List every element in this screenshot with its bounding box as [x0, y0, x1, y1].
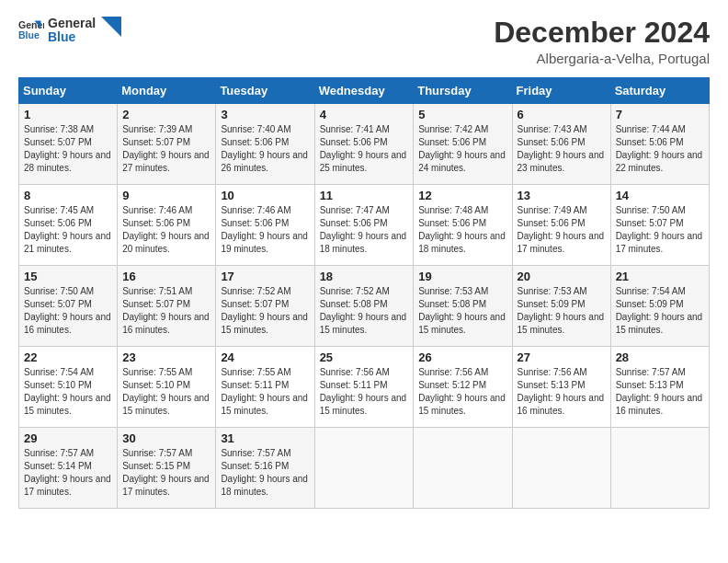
day-info: Sunrise: 7:53 AMSunset: 5:09 PMDaylight:…: [518, 285, 606, 337]
calendar-cell: 3 Sunrise: 7:40 AMSunset: 5:06 PMDayligh…: [216, 104, 314, 185]
logo-text-blue: Blue: [48, 30, 96, 44]
day-number: 6: [518, 108, 606, 121]
calendar-cell: 13 Sunrise: 7:49 AMSunset: 5:06 PMDaylig…: [512, 185, 610, 266]
day-info: Sunrise: 7:46 AMSunset: 5:06 PMDaylight:…: [221, 204, 309, 256]
day-info: Sunrise: 7:41 AMSunset: 5:06 PMDaylight:…: [320, 123, 409, 175]
calendar-header-row: SundayMondayTuesdayWednesdayThursdayFrid…: [19, 78, 710, 104]
day-number: 18: [320, 270, 409, 283]
calendar-cell: 9 Sunrise: 7:46 AMSunset: 5:06 PMDayligh…: [118, 185, 216, 266]
day-info: Sunrise: 7:39 AMSunset: 5:07 PMDaylight:…: [122, 123, 210, 175]
calendar-cell: 5 Sunrise: 7:42 AMSunset: 5:06 PMDayligh…: [414, 104, 512, 185]
col-header-monday: Monday: [118, 78, 216, 104]
day-number: 17: [221, 270, 309, 283]
day-info: Sunrise: 7:54 AMSunset: 5:10 PMDaylight:…: [24, 366, 112, 418]
day-info: Sunrise: 7:52 AMSunset: 5:08 PMDaylight:…: [320, 285, 409, 337]
day-info: Sunrise: 7:57 AMSunset: 5:13 PMDaylight:…: [616, 366, 704, 418]
calendar-cell: 25 Sunrise: 7:56 AMSunset: 5:11 PMDaylig…: [314, 347, 414, 428]
header: General Blue General Blue December 2024 …: [18, 17, 710, 66]
day-info: Sunrise: 7:42 AMSunset: 5:06 PMDaylight:…: [418, 123, 506, 175]
calendar-cell: 22 Sunrise: 7:54 AMSunset: 5:10 PMDaylig…: [19, 347, 118, 428]
svg-text:Blue: Blue: [18, 29, 40, 40]
calendar-cell: [512, 428, 610, 509]
day-number: 15: [24, 270, 112, 283]
day-info: Sunrise: 7:52 AMSunset: 5:07 PMDaylight:…: [221, 285, 309, 337]
day-number: 26: [418, 350, 506, 364]
calendar-cell: 11 Sunrise: 7:47 AMSunset: 5:06 PMDaylig…: [314, 185, 414, 266]
day-info: Sunrise: 7:56 AMSunset: 5:13 PMDaylight:…: [518, 366, 606, 418]
day-number: 24: [221, 350, 309, 364]
calendar-week-5: 29 Sunrise: 7:57 AMSunset: 5:14 PMDaylig…: [19, 428, 710, 509]
day-info: Sunrise: 7:45 AMSunset: 5:06 PMDaylight:…: [24, 204, 112, 256]
day-number: 8: [24, 189, 112, 202]
day-number: 28: [616, 350, 704, 364]
day-info: Sunrise: 7:57 AMSunset: 5:14 PMDaylight:…: [24, 447, 112, 499]
day-number: 9: [122, 189, 210, 202]
day-number: 23: [122, 350, 210, 364]
col-header-sunday: Sunday: [19, 78, 118, 104]
day-number: 19: [418, 270, 506, 283]
day-number: 21: [616, 270, 704, 283]
day-number: 27: [518, 350, 606, 364]
calendar-cell: 6 Sunrise: 7:43 AMSunset: 5:06 PMDayligh…: [512, 104, 610, 185]
day-number: 14: [616, 189, 704, 202]
calendar-cell: 23 Sunrise: 7:55 AMSunset: 5:10 PMDaylig…: [118, 347, 216, 428]
day-number: 25: [320, 350, 409, 364]
calendar-cell: 29 Sunrise: 7:57 AMSunset: 5:14 PMDaylig…: [19, 428, 118, 509]
calendar-cell: 19 Sunrise: 7:53 AMSunset: 5:08 PMDaylig…: [414, 266, 512, 347]
calendar-cell: 26 Sunrise: 7:56 AMSunset: 5:12 PMDaylig…: [414, 347, 512, 428]
logo: General Blue General Blue: [18, 17, 121, 45]
calendar-cell: [610, 428, 709, 509]
calendar-cell: 1 Sunrise: 7:38 AMSunset: 5:07 PMDayligh…: [19, 104, 118, 185]
col-header-friday: Friday: [512, 78, 610, 104]
calendar-cell: [314, 428, 414, 509]
logo-arrow-icon: [101, 17, 121, 37]
calendar-cell: 2 Sunrise: 7:39 AMSunset: 5:07 PMDayligh…: [118, 104, 216, 185]
day-info: Sunrise: 7:44 AMSunset: 5:06 PMDaylight:…: [616, 123, 704, 175]
svg-marker-3: [101, 17, 121, 37]
col-header-thursday: Thursday: [414, 78, 512, 104]
day-info: Sunrise: 7:57 AMSunset: 5:16 PMDaylight:…: [221, 447, 309, 499]
day-info: Sunrise: 7:47 AMSunset: 5:06 PMDaylight:…: [320, 204, 409, 256]
day-info: Sunrise: 7:38 AMSunset: 5:07 PMDaylight:…: [24, 123, 112, 175]
calendar-cell: 18 Sunrise: 7:52 AMSunset: 5:08 PMDaylig…: [314, 266, 414, 347]
title-block: December 2024 Albergaria-a-Velha, Portug…: [494, 17, 710, 66]
calendar-cell: 8 Sunrise: 7:45 AMSunset: 5:06 PMDayligh…: [19, 185, 118, 266]
day-info: Sunrise: 7:48 AMSunset: 5:06 PMDaylight:…: [418, 204, 506, 256]
day-number: 4: [320, 108, 409, 121]
day-info: Sunrise: 7:57 AMSunset: 5:15 PMDaylight:…: [122, 447, 210, 499]
day-number: 7: [616, 108, 704, 121]
day-number: 16: [122, 270, 210, 283]
calendar-cell: 27 Sunrise: 7:56 AMSunset: 5:13 PMDaylig…: [512, 347, 610, 428]
day-info: Sunrise: 7:55 AMSunset: 5:11 PMDaylight:…: [221, 366, 309, 418]
calendar-cell: 21 Sunrise: 7:54 AMSunset: 5:09 PMDaylig…: [610, 266, 709, 347]
day-number: 31: [221, 431, 309, 445]
calendar-cell: 24 Sunrise: 7:55 AMSunset: 5:11 PMDaylig…: [216, 347, 314, 428]
day-number: 2: [122, 108, 210, 121]
day-info: Sunrise: 7:54 AMSunset: 5:09 PMDaylight:…: [616, 285, 704, 337]
calendar-week-2: 8 Sunrise: 7:45 AMSunset: 5:06 PMDayligh…: [19, 185, 710, 266]
calendar-cell: 4 Sunrise: 7:41 AMSunset: 5:06 PMDayligh…: [314, 104, 414, 185]
day-info: Sunrise: 7:53 AMSunset: 5:08 PMDaylight:…: [418, 285, 506, 337]
calendar-week-4: 22 Sunrise: 7:54 AMSunset: 5:10 PMDaylig…: [19, 347, 710, 428]
day-number: 22: [24, 350, 112, 364]
calendar-cell: 17 Sunrise: 7:52 AMSunset: 5:07 PMDaylig…: [216, 266, 314, 347]
calendar-table: SundayMondayTuesdayWednesdayThursdayFrid…: [18, 77, 710, 509]
day-number: 3: [221, 108, 309, 121]
calendar-cell: 28 Sunrise: 7:57 AMSunset: 5:13 PMDaylig…: [610, 347, 709, 428]
day-info: Sunrise: 7:40 AMSunset: 5:06 PMDaylight:…: [221, 123, 309, 175]
month-title: December 2024: [494, 17, 710, 49]
location: Albergaria-a-Velha, Portugal: [494, 51, 710, 66]
day-number: 1: [24, 108, 112, 121]
day-number: 30: [122, 431, 210, 445]
calendar-cell: 30 Sunrise: 7:57 AMSunset: 5:15 PMDaylig…: [118, 428, 216, 509]
day-number: 12: [418, 189, 506, 202]
col-header-wednesday: Wednesday: [314, 78, 414, 104]
col-header-saturday: Saturday: [610, 78, 709, 104]
day-number: 20: [518, 270, 606, 283]
day-info: Sunrise: 7:50 AMSunset: 5:07 PMDaylight:…: [616, 204, 704, 256]
calendar-week-1: 1 Sunrise: 7:38 AMSunset: 5:07 PMDayligh…: [19, 104, 710, 185]
day-number: 13: [518, 189, 606, 202]
logo-icon: General Blue: [18, 17, 44, 43]
calendar-cell: 7 Sunrise: 7:44 AMSunset: 5:06 PMDayligh…: [610, 104, 709, 185]
day-info: Sunrise: 7:50 AMSunset: 5:07 PMDaylight:…: [24, 285, 112, 337]
